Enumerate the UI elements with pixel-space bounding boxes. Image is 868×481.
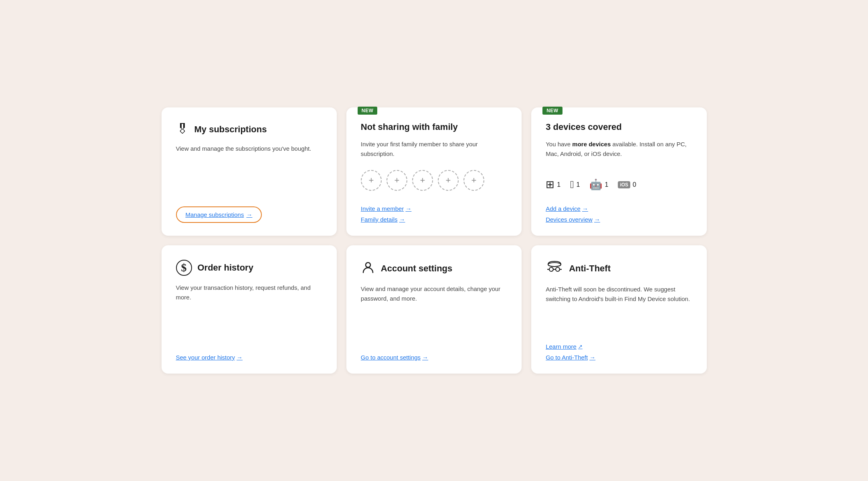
family-details-label: Family details [361,216,398,223]
order-links: See your order history → [176,338,322,361]
family-circles: + + + + + [361,170,507,191]
go-antitheft-arrow: → [589,354,595,361]
learn-more-label: Learn more [546,343,577,350]
card-header-order: $ Order history [176,260,322,276]
family-details-link[interactable]: Family details → [361,216,405,223]
manage-subscriptions-label: Manage subscriptions [186,211,244,218]
family-circle-1[interactable]: + [361,170,382,191]
order-desc: View your transaction history, request r… [176,283,322,338]
family-circle-2[interactable]: + [386,170,407,191]
devices-overview-label: Devices overview [546,216,593,223]
device-apple:  1 [570,178,580,191]
account-settings-link[interactable]: Go to account settings → [361,354,428,361]
ios-icon: iOS [618,181,630,188]
windows-count: 1 [557,181,560,188]
card-subscriptions: 🎖 My subscriptions View and manage the s… [162,107,337,236]
card-header-family: Not sharing with family [361,122,507,132]
subscription-desc: View and manage the subscriptions you've… [176,144,322,182]
card-header-devices: 3 devices covered [546,122,692,132]
family-circle-4[interactable]: + [438,170,459,191]
subscription-title: My subscriptions [194,124,267,135]
family-circle-5[interactable]: + [463,170,484,191]
card-header-subscriptions: 🎖 My subscriptions [176,122,322,137]
card-header-antitheft: Anti-Theft [546,260,692,277]
account-icon [361,260,375,277]
svg-point-1 [548,263,561,267]
account-settings-label: Go to account settings [361,354,421,361]
invite-member-label: Invite a member [361,205,404,212]
invite-member-link[interactable]: Invite a member → [361,205,412,212]
add-device-label: Add a device [546,205,581,212]
learn-more-external-icon: ↗ [578,344,583,350]
devices-overview-arrow: → [594,216,600,223]
apple-icon:  [570,178,574,191]
devices-overview-link[interactable]: Devices overview → [546,216,600,223]
account-desc: View and manage your account details, ch… [361,284,507,338]
devices-desc-bold: more devices [572,141,611,148]
family-details-arrow: → [399,216,405,223]
go-antitheft-label: Go to Anti-Theft [546,354,588,361]
subscription-icon: 🎖 [176,122,189,137]
cards-grid: 🎖 My subscriptions View and manage the s… [162,107,707,374]
android-count: 1 [605,181,608,188]
svg-point-0 [366,263,370,267]
order-history-label: See your order history [176,354,235,361]
antitheft-desc: Anti-Theft will soon be discontinued. We… [546,285,692,335]
apple-count: 1 [577,181,580,188]
order-title: Order history [198,263,253,273]
order-icon: $ [176,260,192,276]
svg-point-2 [549,267,553,271]
invite-member-arrow: → [405,205,411,212]
dashboard: 🎖 My subscriptions View and manage the s… [154,99,715,382]
devices-title: 3 devices covered [546,122,622,132]
antitheft-icon [546,260,563,277]
card-header-account: Account settings [361,260,507,277]
antitheft-links: Learn more ↗ Go to Anti-Theft → [546,335,692,361]
devices-desc: You have more devices available. Install… [546,139,692,170]
devices-row: ⊞ 1  1 🤖 1 iOS 0 [546,178,692,191]
manage-subscriptions-arrow: → [246,211,252,218]
order-history-arrow: → [237,354,243,361]
add-device-arrow: → [582,205,588,212]
android-icon: 🤖 [589,178,602,191]
device-ios: iOS 0 [618,181,636,188]
card-devices: NEW 3 devices covered You have more devi… [531,107,706,236]
go-antitheft-link[interactable]: Go to Anti-Theft → [546,354,595,361]
order-history-link[interactable]: See your order history → [176,354,243,361]
windows-icon: ⊞ [546,178,554,191]
family-circle-3[interactable]: + [412,170,433,191]
account-links: Go to account settings → [361,338,507,361]
ios-count: 0 [633,181,636,188]
manage-link-wrapper: Manage subscriptions → [176,182,322,223]
card-anti-theft: Anti-Theft Anti-Theft will soon be disco… [531,245,706,374]
devices-links: Add a device → Devices overview → [546,205,692,223]
devices-desc-prefix: You have [546,141,572,148]
card-order-history: $ Order history View your transaction hi… [162,245,337,374]
add-device-link[interactable]: Add a device → [546,205,588,212]
card-family: NEW Not sharing with family Invite your … [346,107,522,236]
account-settings-arrow: → [422,354,428,361]
devices-new-badge: NEW [542,107,562,115]
family-new-badge: NEW [358,107,378,115]
device-android: 🤖 1 [589,178,608,191]
manage-subscriptions-link[interactable]: Manage subscriptions → [176,206,262,223]
account-title: Account settings [381,263,452,274]
family-title: Not sharing with family [361,122,458,132]
family-desc: Invite your first family member to share… [361,139,507,162]
device-windows: ⊞ 1 [546,178,560,191]
family-links: Invite a member → Family details → [361,205,507,223]
antitheft-title: Anti-Theft [569,263,611,274]
svg-point-3 [556,267,560,271]
learn-more-link[interactable]: Learn more ↗ [546,343,583,350]
card-account-settings: Account settings View and manage your ac… [346,245,522,374]
